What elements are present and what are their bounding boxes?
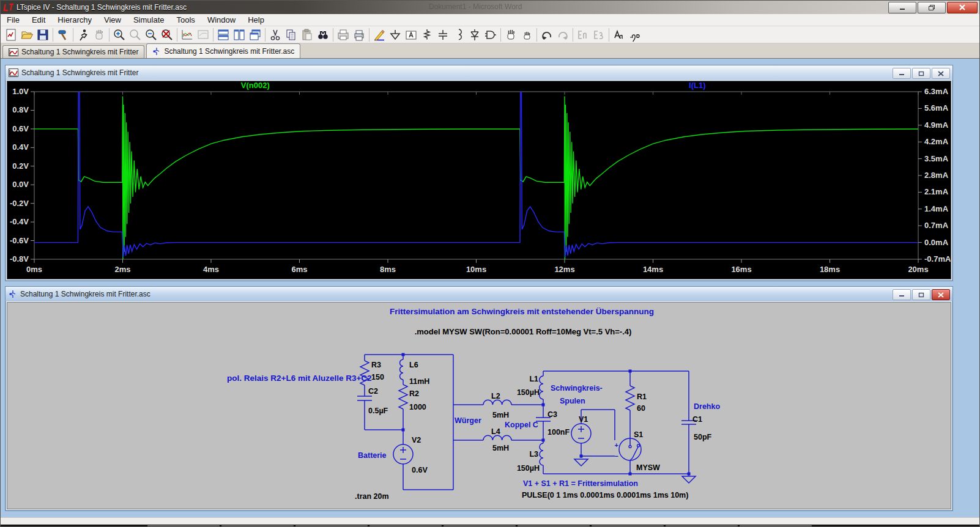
schematic-text[interactable]: Würger (455, 416, 481, 425)
run-icon[interactable] (75, 27, 91, 43)
print-icon[interactable] (351, 27, 367, 43)
schematic-text[interactable]: 150µH (517, 464, 540, 473)
schematic-text[interactable]: V2 (412, 436, 421, 444)
menu-edit[interactable]: Edit (26, 15, 51, 25)
schematic-text[interactable]: S1 (634, 430, 643, 439)
text-icon[interactable] (611, 27, 627, 43)
left-axis[interactable]: 1.0V0.8V0.6V0.4V0.2V0.0V-0.2V-0.4V-0.6V-… (10, 87, 34, 264)
wire-icon[interactable] (371, 27, 387, 43)
menu-simulate[interactable]: Simulate (127, 15, 171, 25)
schematic-text[interactable]: V1 (579, 415, 588, 424)
save-icon[interactable] (35, 27, 51, 43)
schematic-text[interactable]: 50pF (694, 433, 712, 441)
schematic-text[interactable]: C1 (692, 415, 702, 424)
schematic-text[interactable]: 11mH (409, 377, 429, 386)
schematic-text[interactable]: MYSW (636, 463, 660, 472)
schematic-text[interactable]: .tran 20m (355, 492, 389, 501)
tab-schematic[interactable]: Schaltung 1 Schwingkreis mit Fritter.asc (146, 43, 300, 58)
restore-button[interactable] (912, 68, 930, 79)
tile-horizontal-icon[interactable] (215, 27, 231, 43)
inductor-icon[interactable] (451, 27, 467, 43)
waveform-chart[interactable]: 1.0V0.8V0.6V0.4V0.2V0.0V-0.2V-0.4V-0.6V-… (7, 81, 951, 279)
close-button[interactable] (932, 289, 950, 300)
menu-hierarchy[interactable]: Hierarchy (51, 15, 98, 25)
minimize-button[interactable] (888, 2, 916, 13)
zoom-out-icon[interactable] (143, 27, 159, 43)
plot-settings-icon[interactable] (195, 27, 211, 43)
copy-icon[interactable] (283, 27, 299, 43)
restore-button[interactable] (918, 2, 946, 13)
label-net-icon[interactable] (403, 27, 419, 43)
schematic-text[interactable]: − (615, 452, 618, 460)
control-panel-icon[interactable] (55, 27, 71, 43)
schematic-text[interactable]: L3 (529, 450, 538, 459)
tile-vertical-icon[interactable] (231, 27, 247, 43)
schematic-text[interactable]: R3 (371, 361, 381, 369)
menu-view[interactable]: View (98, 15, 127, 25)
schematic-text[interactable]: 1000 (409, 403, 426, 411)
schematic-text[interactable]: Spulen (560, 397, 585, 405)
schematic-text[interactable]: Frittersimulation am Schwingkreis mit en… (390, 307, 654, 316)
trace-label-I(L1)[interactable]: I(L1) (689, 81, 705, 90)
schematic-text[interactable]: 150 (371, 373, 384, 381)
ground-icon[interactable] (387, 27, 403, 43)
zoom-in-icon[interactable] (111, 27, 127, 43)
schematic-text[interactable]: 5mH (492, 444, 509, 452)
minimize-button[interactable] (893, 289, 911, 300)
schematic-text[interactable]: R2 (409, 389, 419, 398)
schematic-text[interactable]: 60 (637, 404, 645, 413)
schematic-text[interactable]: Schwingkreis- (551, 384, 603, 392)
spice-directive-icon[interactable] (627, 27, 643, 43)
halt-icon[interactable] (91, 27, 107, 43)
schematic-text[interactable]: Drehko (694, 402, 720, 411)
schematic-text[interactable]: L6 (409, 361, 418, 369)
open-icon[interactable] (19, 27, 35, 43)
schematic-text[interactable]: Batterie (358, 451, 387, 460)
cut-icon[interactable] (267, 27, 283, 43)
schematic-text[interactable]: C3 (548, 410, 557, 419)
trace-label-V(n002)[interactable]: V(n002) (241, 81, 270, 90)
capacitor-icon[interactable] (435, 27, 451, 43)
copy-bitmap-icon[interactable] (335, 27, 351, 43)
zoom-back-icon[interactable] (127, 27, 143, 43)
schematic-text[interactable]: L1 (529, 375, 538, 383)
move-icon[interactable] (503, 27, 519, 43)
x-axis[interactable]: 0ms2ms4ms6ms8ms10ms12ms14ms16ms18ms20ms (26, 92, 929, 274)
schematic-drawing[interactable]: Frittersimulation am Schwingkreis mit en… (7, 303, 951, 509)
schematic-text[interactable]: .model MYSW SW(Ron=0.00001 Roff=10Meg Vt… (415, 327, 632, 336)
cascade-icon[interactable] (247, 27, 263, 43)
undo-icon[interactable] (539, 27, 555, 43)
taskbar[interactable] (1, 525, 980, 527)
waveform-plot-area[interactable]: 1.0V0.8V0.6V0.4V0.2V0.0V-0.2V-0.4V-0.6V-… (7, 81, 951, 279)
schematic-text[interactable]: 0.6V (412, 466, 428, 474)
schematic-text[interactable]: + (615, 441, 618, 449)
schematic-text[interactable]: Koppel C (505, 421, 538, 429)
menu-window[interactable]: Window (201, 15, 242, 25)
schematic-text[interactable]: PULSE(0 1 1ms 0.0001ms 0.0001ms 1ms 10m) (522, 491, 688, 499)
schematic-text[interactable]: 150µH (517, 388, 540, 397)
new-schematic-icon[interactable] (3, 27, 19, 43)
schematic-text[interactable]: C2 (368, 387, 378, 396)
rotate-icon[interactable] (591, 27, 607, 43)
schematic-text[interactable]: R1 (637, 392, 647, 401)
mirror-icon[interactable] (575, 27, 591, 43)
schematic-window-titlebar[interactable]: Schaltung 1 Schwingkreis mit Fritter.asc (6, 287, 952, 301)
autorange-y-icon[interactable] (179, 27, 195, 43)
resistor-icon[interactable] (419, 27, 435, 43)
find-icon[interactable] (315, 27, 331, 43)
menu-file[interactable]: File (1, 15, 26, 25)
paste-icon[interactable] (299, 27, 315, 43)
schematic-text[interactable]: 100nF (548, 428, 570, 437)
schematic-text[interactable]: 0.5µF (368, 407, 388, 415)
close-button[interactable] (932, 68, 950, 79)
title-bar[interactable]: LTspice IV - Schaltung 1 Schwingkreis mi… (1, 1, 980, 14)
waveform-window-titlebar[interactable]: Schaltung 1 Schwingkreis mit Fritter (6, 65, 952, 80)
zoom-full-extents-icon[interactable] (159, 27, 175, 43)
schematic-text[interactable]: V1 + S1 + R1 = Frittersimulation (523, 479, 638, 488)
diode-icon[interactable] (467, 27, 483, 43)
schematic-text[interactable]: L2 (491, 392, 500, 400)
right-axis[interactable]: 6.3mA5.6mA4.9mA4.2mA3.5mA2.8mA2.1mA1.4mA… (918, 87, 951, 264)
drag-icon[interactable] (519, 27, 535, 43)
menu-tools[interactable]: Tools (171, 15, 201, 25)
tab-waveform[interactable]: Schaltung 1 Schwingkreis mit Fritter (2, 45, 144, 58)
